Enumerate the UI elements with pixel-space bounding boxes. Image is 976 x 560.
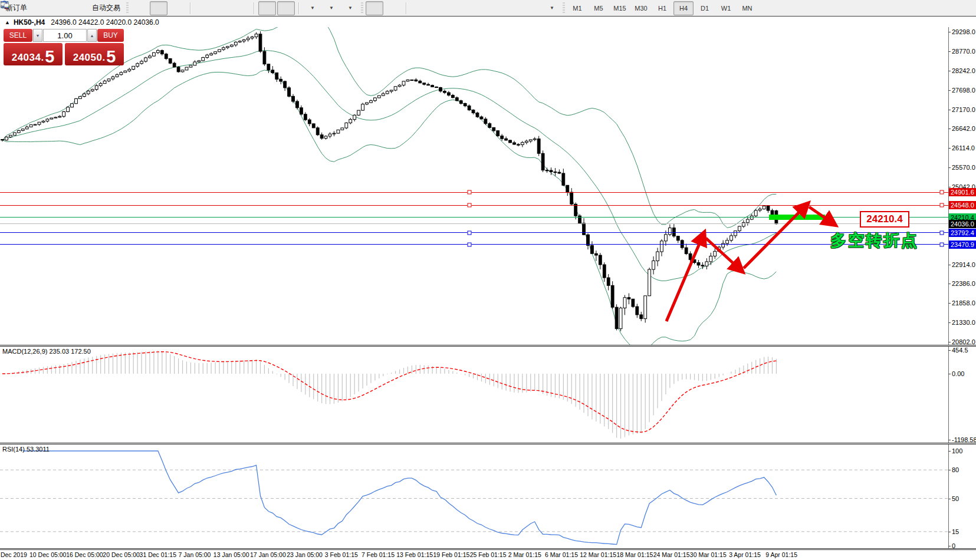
buy-price-frac: 5 bbox=[106, 50, 116, 64]
rsi-tick-label: 15 bbox=[952, 528, 959, 535]
macd-chart bbox=[0, 347, 948, 443]
periods-button[interactable]: ▼ bbox=[322, 1, 340, 15]
time-axis-label: 6 Mar 01:15 bbox=[545, 551, 578, 558]
time-axis[interactable]: 4 Dec 201910 Dec 05:0016 Dec 05:0020 Dec… bbox=[0, 549, 976, 560]
main-chart-panel[interactable] bbox=[0, 27, 976, 345]
sell-price-dot: . bbox=[41, 52, 44, 64]
time-axis-label: 30 Mar 01:15 bbox=[690, 551, 727, 558]
time-axis-label: 18 Mar 01:15 bbox=[616, 551, 653, 558]
signals-icon[interactable] bbox=[70, 1, 87, 15]
chat-button[interactable] bbox=[955, 1, 972, 15]
market-watch-icon[interactable] bbox=[51, 1, 68, 15]
price-tick-mark bbox=[948, 303, 951, 304]
panel-separator bbox=[0, 548, 976, 550]
price-callout-box[interactable]: 24210.4 bbox=[860, 211, 909, 228]
buy-button[interactable]: BUY bbox=[97, 29, 124, 42]
toolbar-separator bbox=[190, 2, 191, 14]
sell-price-frac: 5 bbox=[45, 50, 54, 64]
price-tick-label: 21858.0 bbox=[952, 299, 975, 307]
buy-label: BUY bbox=[103, 31, 118, 39]
templates-button[interactable]: ▼ bbox=[341, 1, 359, 15]
chart-title-bar: ▲ HK50-,H4 24396.0 24422.0 24020.0 24036… bbox=[0, 17, 976, 28]
timeframe-button-m1[interactable]: M1 bbox=[567, 1, 587, 15]
fibonacci-button[interactable]: F bbox=[486, 1, 504, 15]
price-tick-label: 21330.0 bbox=[952, 319, 975, 326]
symbol-period-label: HK50-,H4 bbox=[14, 18, 45, 27]
autotrading-button[interactable]: 自动交易 bbox=[88, 1, 124, 15]
crosshair-button[interactable] bbox=[385, 1, 402, 15]
price-tick-label: 25570.0 bbox=[952, 164, 975, 171]
macd-panel[interactable] bbox=[0, 347, 976, 443]
line-chart-button[interactable] bbox=[169, 1, 186, 15]
time-axis-label: 31 Dec 01:15 bbox=[140, 551, 176, 558]
trendline-button[interactable] bbox=[448, 1, 466, 15]
macd-tick-mark bbox=[948, 440, 951, 440]
equidistant-channel-button[interactable]: E bbox=[467, 1, 485, 15]
arrows-button[interactable]: ▼ bbox=[543, 1, 560, 15]
indicators-button[interactable]: ▼ bbox=[303, 1, 321, 15]
time-axis-label: 10 Dec 05:00 bbox=[29, 551, 66, 558]
toolbar-grip bbox=[126, 2, 129, 14]
time-axis-label: 24 Mar 01:15 bbox=[653, 551, 690, 558]
text-label-button[interactable]: T bbox=[524, 1, 541, 15]
chat-icon bbox=[0, 0, 9, 9]
time-axis-label: 13 Jan 05:00 bbox=[213, 551, 249, 558]
time-axis-label: 9 Apr 01:15 bbox=[765, 551, 797, 558]
chinese-annotation-text[interactable]: 多空转折点 bbox=[830, 230, 919, 251]
price-tick-mark bbox=[948, 90, 951, 91]
price-tick-label: 27170.0 bbox=[952, 106, 975, 113]
macd-tick-mark bbox=[948, 374, 951, 374]
cursor-button[interactable] bbox=[366, 1, 383, 15]
timeframe-button-w1[interactable]: W1 bbox=[716, 1, 736, 15]
one-click-trading-panel: SELL ▼ 1.00 ▲ BUY 24034 . 5 24050 . 5 bbox=[4, 29, 124, 65]
timeframe-button-h4[interactable]: H4 bbox=[673, 1, 694, 15]
sell-price-button[interactable]: 24034 . 5 bbox=[4, 43, 63, 65]
toolbar-separator bbox=[406, 2, 407, 14]
price-tick-label: 22386.0 bbox=[952, 280, 975, 287]
timeframe-button-m5[interactable]: M5 bbox=[589, 1, 609, 15]
timeframe-button-m30[interactable]: M30 bbox=[631, 1, 651, 15]
panel-separator[interactable] bbox=[0, 443, 976, 444]
price-tick-mark bbox=[948, 322, 951, 323]
sell-button[interactable]: SELL bbox=[4, 29, 32, 42]
volume-input[interactable]: 1.00 bbox=[43, 29, 87, 42]
timeframe-button-mn[interactable]: MN bbox=[737, 1, 757, 15]
price-level-badge: 24548.0 bbox=[949, 201, 976, 209]
chart-profile-icon[interactable] bbox=[32, 1, 50, 15]
timeframe-button-h1[interactable]: H1 bbox=[652, 1, 672, 15]
price-tick-label: 28242.0 bbox=[952, 67, 975, 74]
time-axis-label: 19 Feb 01:15 bbox=[433, 551, 469, 558]
macd-tick-label: 0.00 bbox=[952, 370, 964, 377]
search-button[interactable] bbox=[936, 1, 954, 15]
buy-price-button[interactable]: 24050 . 5 bbox=[65, 43, 124, 65]
price-tick-mark bbox=[948, 148, 951, 149]
volume-decrease-button[interactable]: ▼ bbox=[33, 29, 42, 42]
price-tick-label: 27698.0 bbox=[952, 87, 975, 94]
rsi-panel[interactable] bbox=[0, 444, 976, 548]
panel-separator[interactable] bbox=[0, 345, 976, 347]
zoom-out-button[interactable] bbox=[213, 1, 231, 15]
time-axis-label: 16 Dec 05:00 bbox=[66, 551, 103, 558]
time-axis-label: 20 Dec 05:00 bbox=[103, 551, 139, 558]
vertical-line-button[interactable] bbox=[410, 1, 428, 15]
rsi-tick-mark bbox=[948, 546, 951, 546]
candlestick-chart-button[interactable] bbox=[150, 1, 167, 15]
price-level-badge: 24901.6 bbox=[949, 188, 976, 196]
price-tick-mark bbox=[948, 284, 951, 284]
price-tick-label: 26642.0 bbox=[952, 125, 975, 132]
text-button[interactable]: A bbox=[505, 1, 522, 15]
price-tick-label: 28770.0 bbox=[952, 48, 975, 55]
timeframe-button-m15[interactable]: M15 bbox=[610, 1, 630, 15]
tile-windows-button[interactable] bbox=[232, 1, 250, 15]
price-callout-text: 24210.4 bbox=[866, 213, 902, 225]
horizontal-line-button[interactable] bbox=[429, 1, 447, 15]
rsi-tick-mark bbox=[948, 451, 951, 452]
time-axis-label: 23 Jan 05:00 bbox=[287, 551, 323, 558]
timeframe-group: M1M5M15M30H1H4D1W1MN bbox=[567, 1, 757, 15]
volume-increase-button[interactable]: ▲ bbox=[87, 29, 97, 42]
zoom-in-button[interactable] bbox=[195, 1, 212, 15]
timeframe-button-d1[interactable]: D1 bbox=[695, 1, 715, 15]
chart-shift-button[interactable] bbox=[277, 1, 295, 15]
bar-chart-button[interactable] bbox=[131, 1, 149, 15]
auto-scroll-button[interactable] bbox=[258, 1, 276, 15]
